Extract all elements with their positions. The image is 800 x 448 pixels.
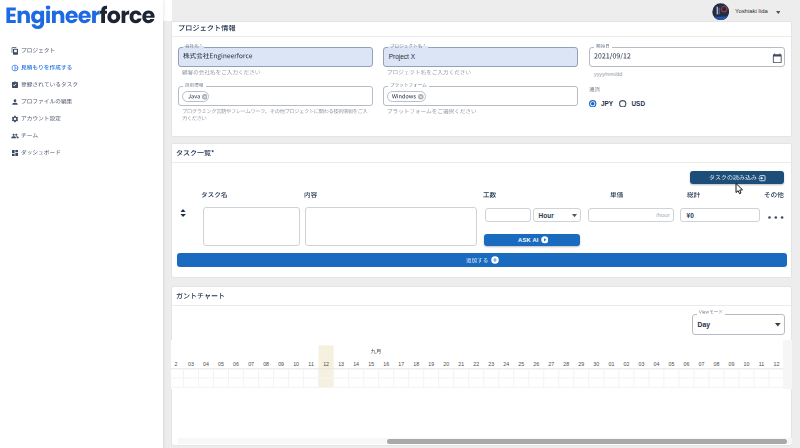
svg-text:22: 22	[473, 361, 479, 367]
svg-text:19: 19	[428, 361, 434, 367]
svg-text:01: 01	[608, 361, 614, 367]
svg-text:14: 14	[353, 361, 359, 367]
svg-text:11: 11	[308, 361, 314, 367]
svg-text:09: 09	[729, 361, 735, 367]
svg-text:29: 29	[578, 361, 584, 367]
svg-text:05: 05	[668, 361, 674, 367]
svg-text:07: 07	[698, 361, 704, 367]
svg-text:21: 21	[458, 361, 464, 367]
svg-text:13: 13	[338, 361, 344, 367]
svg-text:09: 09	[278, 361, 284, 367]
svg-text:30: 30	[593, 361, 599, 367]
svg-text:03: 03	[188, 361, 194, 367]
svg-text:06: 06	[233, 361, 239, 367]
svg-text:08: 08	[713, 361, 719, 367]
svg-text:03: 03	[638, 361, 644, 367]
svg-text:25: 25	[518, 361, 524, 367]
svg-text:02: 02	[623, 361, 629, 367]
svg-text:28: 28	[563, 361, 569, 367]
svg-text:23: 23	[488, 361, 494, 367]
svg-text:10: 10	[744, 361, 750, 367]
svg-text:18: 18	[413, 361, 419, 367]
svg-text:04: 04	[653, 361, 659, 367]
svg-text:11: 11	[759, 361, 765, 367]
svg-text:12: 12	[774, 361, 780, 367]
svg-text:24: 24	[503, 361, 509, 367]
svg-text:04: 04	[203, 361, 209, 367]
svg-text:20: 20	[443, 361, 449, 367]
svg-text:06: 06	[683, 361, 689, 367]
svg-text:08: 08	[263, 361, 269, 367]
svg-text:12: 12	[323, 361, 329, 367]
svg-text:2: 2	[175, 361, 178, 367]
svg-text:05: 05	[218, 361, 224, 367]
svg-text:10: 10	[293, 361, 299, 367]
svg-text:16: 16	[383, 361, 389, 367]
svg-text:26: 26	[533, 361, 539, 367]
svg-text:27: 27	[548, 361, 554, 367]
svg-text:07: 07	[248, 361, 254, 367]
svg-text:17: 17	[398, 361, 404, 367]
svg-text:15: 15	[368, 361, 374, 367]
